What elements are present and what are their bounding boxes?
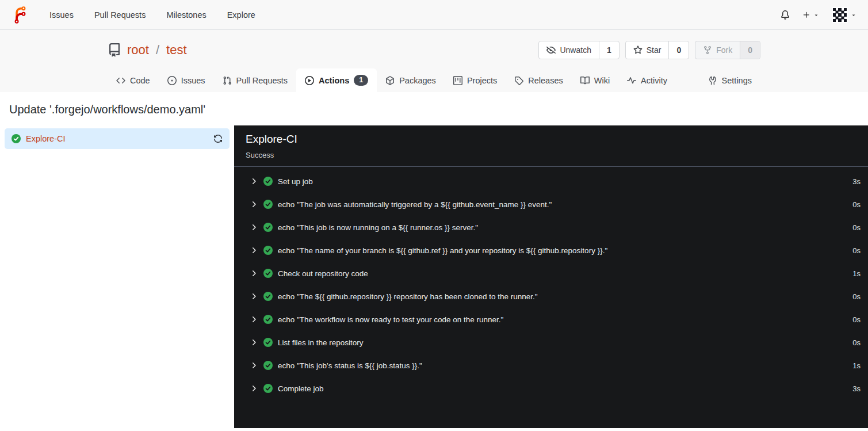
forgejo-logo-icon[interactable] <box>12 5 29 25</box>
repo-action-buttons: Unwatch 1 Star 0 Fork <box>538 41 760 59</box>
tab-wiki[interactable]: Wiki <box>572 68 618 92</box>
chevron-right-icon <box>249 384 258 393</box>
tab-releases[interactable]: Releases <box>506 68 571 92</box>
chevron-down-icon <box>813 12 819 18</box>
tab-settings-label: Settings <box>722 76 752 85</box>
tab-actions[interactable]: Actions 1 <box>296 68 377 92</box>
tab-pull-requests[interactable]: Pull Requests <box>214 68 296 92</box>
step-duration: 0s <box>852 338 861 347</box>
tab-issues[interactable]: Issues <box>159 68 214 92</box>
tab-settings[interactable]: Settings <box>699 68 760 92</box>
step-row-checkout[interactable]: Check out repository code 1s <box>234 262 868 285</box>
top-navbar: Issues Pull Requests Milestones Explore <box>0 0 868 30</box>
tag-icon <box>514 76 523 85</box>
tab-code[interactable]: Code <box>108 68 159 92</box>
chevron-right-icon <box>249 177 258 186</box>
star-count[interactable]: 0 <box>668 41 689 59</box>
repo-title: root / test <box>108 43 187 58</box>
actions-count-badge: 1 <box>354 75 368 86</box>
step-row-complete-job[interactable]: Complete job 3s <box>234 377 868 400</box>
step-duration: 1s <box>852 361 861 370</box>
job-log-title: Explore-CI <box>246 133 856 146</box>
job-label: Explore-CI <box>26 134 66 143</box>
project-board-icon <box>453 76 462 85</box>
navbar-item-milestones[interactable]: Milestones <box>158 6 214 24</box>
tab-projects[interactable]: Projects <box>445 68 506 92</box>
navbar-item-pull-requests[interactable]: Pull Requests <box>86 6 154 24</box>
step-success-icon <box>263 292 273 301</box>
star-button[interactable]: Star 0 <box>625 41 689 59</box>
tab-packages[interactable]: Packages <box>377 68 445 92</box>
job-log-panel: Explore-CI Success Set up job 3s echo "T… <box>234 125 868 428</box>
step-success-icon <box>263 223 273 232</box>
page-title: Update '.forgejo/workflows/demo.yaml' <box>0 92 868 125</box>
step-name: Check out repository code <box>278 269 368 278</box>
navbar-item-explore[interactable]: Explore <box>219 6 263 24</box>
step-row-echo-status[interactable]: echo "This job's status is ${{ job.statu… <box>234 354 868 377</box>
fork-count: 0 <box>740 41 760 59</box>
step-row-list-files[interactable]: List files in the repository 0s <box>234 331 868 354</box>
step-name: echo "The name of your branch is ${{ git… <box>278 246 607 255</box>
chevron-right-icon <box>249 246 258 255</box>
step-row-echo-ready[interactable]: echo "The workflow is now ready to test … <box>234 308 868 331</box>
chevron-down-icon <box>851 12 856 18</box>
chevron-right-icon <box>249 292 258 301</box>
step-row-set-up-job[interactable]: Set up job 3s <box>234 170 868 193</box>
repo-owner-link[interactable]: root <box>127 43 149 58</box>
step-row-echo-branch-repo[interactable]: echo "The name of your branch is ${{ git… <box>234 239 868 262</box>
navbar-item-issues[interactable]: Issues <box>41 6 82 24</box>
step-row-echo-runner-os[interactable]: echo "This job is now running on a ${{ r… <box>234 216 868 239</box>
book-open-icon <box>580 76 590 85</box>
fork-button: Fork 0 <box>695 41 760 59</box>
chevron-right-icon <box>249 315 258 324</box>
step-name: echo "This job is now running on a ${{ r… <box>278 223 478 232</box>
step-name: echo "The ${{ github.repository }} repos… <box>278 292 538 301</box>
tabs-spacer <box>676 68 699 92</box>
tab-wiki-label: Wiki <box>594 76 610 85</box>
eye-slash-icon <box>546 45 556 55</box>
step-name: echo "The job was automatically triggere… <box>278 200 552 209</box>
job-log-header: Explore-CI Success <box>234 125 868 167</box>
step-name: Set up job <box>278 177 313 186</box>
step-name: echo "This job's status is ${{ job.statu… <box>278 361 422 370</box>
repo-name-link[interactable]: test <box>166 43 186 58</box>
step-duration: 3s <box>852 384 861 393</box>
pulse-icon <box>627 76 636 85</box>
code-icon <box>116 76 125 85</box>
watch-count[interactable]: 1 <box>599 41 619 59</box>
unwatch-label: Unwatch <box>560 45 591 55</box>
repo-header: root / test Unwatch 1 Star <box>0 30 868 92</box>
job-status-text: Success <box>246 151 856 159</box>
rerun-job-icon[interactable] <box>213 134 223 143</box>
star-label: Star <box>647 45 661 55</box>
step-duration: 3s <box>852 177 861 186</box>
step-row-echo-event[interactable]: echo "The job was automatically triggere… <box>234 193 868 216</box>
repo-book-icon <box>108 43 121 57</box>
step-row-echo-cloned[interactable]: echo "The ${{ github.repository }} repos… <box>234 285 868 308</box>
step-success-icon <box>263 200 273 209</box>
jobs-sidebar: Explore-CI <box>0 125 234 428</box>
workflow-run-layout: Explore-CI Explore-CI Success Set up job… <box>0 125 868 428</box>
play-circle-icon <box>305 76 314 85</box>
step-duration: 0s <box>852 246 861 255</box>
plus-icon <box>802 11 810 19</box>
tab-activity[interactable]: Activity <box>618 68 676 92</box>
step-duration: 0s <box>852 200 861 209</box>
repo-separator: / <box>156 43 159 58</box>
create-new-button[interactable] <box>802 11 819 19</box>
step-success-icon <box>263 338 273 347</box>
fork-label: Fork <box>716 45 732 55</box>
unwatch-button[interactable]: Unwatch 1 <box>538 41 619 59</box>
step-duration: 0s <box>852 292 861 301</box>
chevron-right-icon <box>249 361 258 370</box>
chevron-right-icon <box>249 338 258 347</box>
job-item-explore-ci[interactable]: Explore-CI <box>5 128 230 149</box>
package-icon <box>385 76 395 85</box>
step-name: echo "The workflow is now ready to test … <box>278 315 503 324</box>
step-duration: 1s <box>852 269 861 278</box>
notifications-bell-icon[interactable] <box>781 10 790 20</box>
star-icon <box>633 45 643 55</box>
step-duration: 0s <box>852 223 861 232</box>
user-menu-button[interactable] <box>832 7 856 23</box>
step-success-icon <box>263 315 273 324</box>
